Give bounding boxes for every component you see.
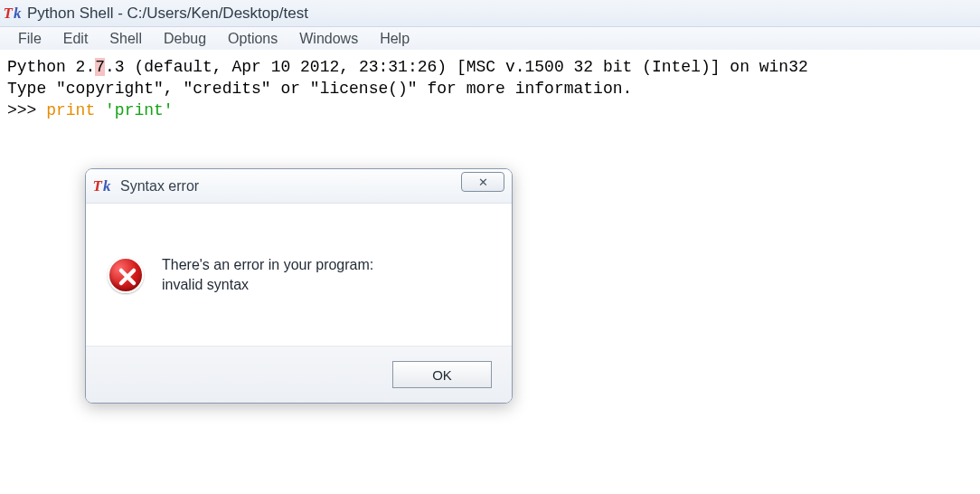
- menu-windows[interactable]: Windows: [288, 29, 369, 49]
- menu-shell[interactable]: Shell: [99, 29, 153, 49]
- menu-file[interactable]: File: [7, 29, 52, 49]
- string-literal: 'print': [105, 101, 174, 119]
- menu-edit[interactable]: Edit: [52, 29, 99, 49]
- menu-options[interactable]: Options: [217, 29, 288, 49]
- ok-label: OK: [432, 367, 452, 383]
- dialog-title: Syntax error: [120, 178, 199, 195]
- tk-icon: Tk: [95, 177, 111, 195]
- menubar: File Edit Shell Debug Options Windows He…: [0, 27, 980, 51]
- tk-icon: Tk: [5, 5, 22, 23]
- menu-debug[interactable]: Debug: [153, 29, 217, 49]
- window-title: Python Shell - C:/Users/Ken/Desktop/test: [27, 5, 308, 23]
- banner-line1-a: Python 2.: [7, 58, 95, 76]
- prompt: >>>: [7, 101, 46, 119]
- error-icon: [108, 257, 144, 293]
- dialog-titlebar[interactable]: Tk Syntax error ✕: [86, 169, 512, 204]
- banner-line1-b: .3 (default, Apr 10 2012, 23:31:26) [MSC…: [105, 58, 808, 76]
- dialog-message: There's an error in your program: invali…: [162, 255, 373, 295]
- menu-help[interactable]: Help: [369, 29, 420, 49]
- ok-button[interactable]: OK: [392, 361, 492, 388]
- titlebar[interactable]: Tk Python Shell - C:/Users/Ken/Desktop/t…: [0, 0, 980, 27]
- dialog-body: There's an error in your program: invali…: [86, 204, 512, 347]
- highlighted-char: 7: [95, 58, 105, 76]
- close-icon: ✕: [478, 176, 488, 189]
- banner-line2: Type "copyright", "credits" or "license(…: [7, 80, 632, 98]
- keyword-print: print: [46, 101, 95, 119]
- close-button[interactable]: ✕: [461, 172, 504, 192]
- space: [95, 101, 105, 119]
- dialog-footer: OK: [86, 347, 512, 403]
- syntax-error-dialog: Tk Syntax error ✕ There's an error in yo…: [85, 168, 513, 404]
- message-line1: There's an error in your program:: [162, 255, 373, 275]
- message-line2: invalid syntax: [162, 275, 373, 295]
